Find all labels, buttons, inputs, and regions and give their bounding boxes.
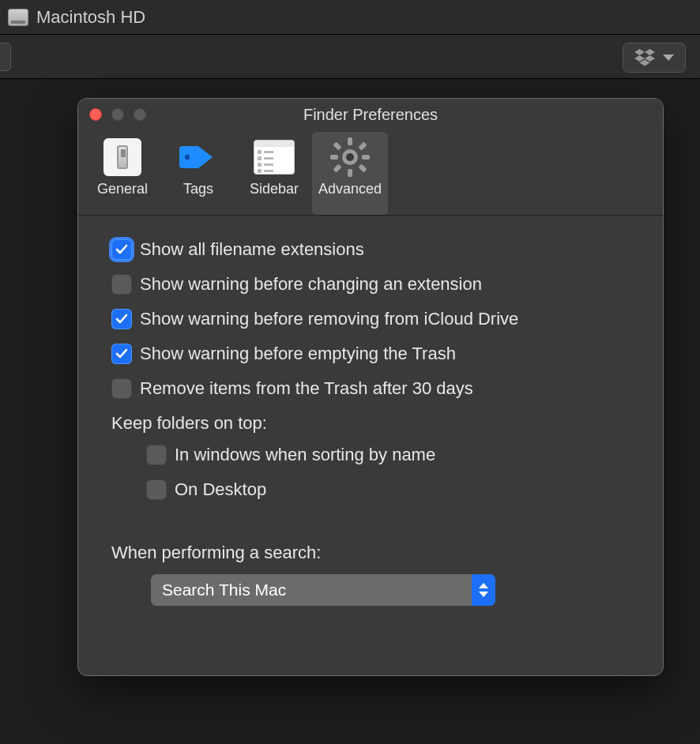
option-warn-extension-change[interactable]: Show warning before changing an extensio… [111,274,630,295]
svg-rect-12 [358,163,367,172]
checkbox[interactable] [111,378,132,399]
prefs-titlebar[interactable]: Finder Preferences [78,99,663,130]
checkbox[interactable] [111,309,132,329]
option-label: Remove items from the Trash after 30 day… [140,378,473,399]
option-label: Show warning before changing an extensio… [140,274,482,295]
tab-label: Sidebar [250,181,299,197]
window-controls [89,108,146,121]
dropbox-button[interactable] [623,43,686,73]
tab-general[interactable]: General [85,132,160,215]
chevron-down-icon [663,54,674,61]
harddrive-icon [8,9,28,26]
option-trash-30-days[interactable]: Remove items from the Trash after 30 day… [111,378,630,399]
option-label: In windows when sorting by name [175,445,435,465]
select-value: Search This Mac [162,581,286,599]
tags-icon [176,135,220,179]
tab-label: General [97,181,148,197]
prefs-body: Show all filename extensions Show warnin… [78,216,663,629]
checkmark-icon [115,244,128,255]
close-button[interactable] [89,108,102,121]
tab-label: Advanced [318,181,382,197]
search-scope-select[interactable]: Search This Mac [151,574,495,606]
option-show-extensions[interactable]: Show all filename extensions [111,239,630,260]
svg-rect-14 [333,163,341,172]
zoom-button[interactable] [134,108,146,121]
keep-folders-heading: Keep folders on top: [111,413,630,434]
option-folders-top-desktop[interactable]: On Desktop [146,479,630,500]
select-stepper-icon [472,574,495,606]
tab-label: Tags [183,181,213,197]
option-label: On Desktop [175,479,266,500]
svg-rect-9 [330,155,338,160]
finder-preferences-window: Finder Preferences General Tags [77,98,664,676]
svg-rect-13 [358,141,367,150]
checkbox[interactable] [146,479,167,500]
prefs-tabs: General Tags Sidebar [78,130,663,216]
tab-advanced[interactable]: Advanced [312,132,388,215]
dropbox-icon [634,49,655,66]
svg-point-5 [185,155,190,160]
option-label: Show all filename extensions [140,239,364,260]
checkmark-icon [115,314,128,325]
finder-window-title: Macintosh HD [36,7,145,28]
svg-point-15 [346,153,354,161]
gear-icon [328,135,372,179]
svg-rect-11 [333,141,341,150]
prefs-title: Finder Preferences [303,106,438,124]
tab-sidebar[interactable]: Sidebar [236,132,312,215]
sidebar-icon [252,135,296,179]
checkbox[interactable] [111,344,132,364]
checkmark-icon [115,348,128,359]
svg-rect-8 [348,169,352,177]
finder-toolbar [0,35,700,79]
svg-marker-0 [634,49,645,55]
checkbox[interactable] [111,239,132,260]
tab-tags[interactable]: Tags [160,132,236,215]
option-label: Show warning before removing from iCloud… [140,309,518,329]
checkbox[interactable] [111,274,132,295]
general-icon [100,135,145,179]
svg-rect-7 [348,137,352,145]
minimize-button[interactable] [111,108,124,121]
checkbox[interactable] [146,445,167,465]
finder-titlebar: Macintosh HD [0,0,700,35]
svg-marker-1 [645,49,655,55]
option-warn-empty-trash[interactable]: Show warning before emptying the Trash [111,344,630,364]
option-warn-icloud-remove[interactable]: Show warning before removing from iCloud… [111,309,630,329]
option-label: Show warning before emptying the Trash [140,344,456,364]
option-folders-top-windows[interactable]: In windows when sorting by name [146,445,630,465]
search-heading: When performing a search: [111,543,630,563]
nav-back-button[interactable] [0,43,11,71]
svg-rect-10 [362,155,370,160]
